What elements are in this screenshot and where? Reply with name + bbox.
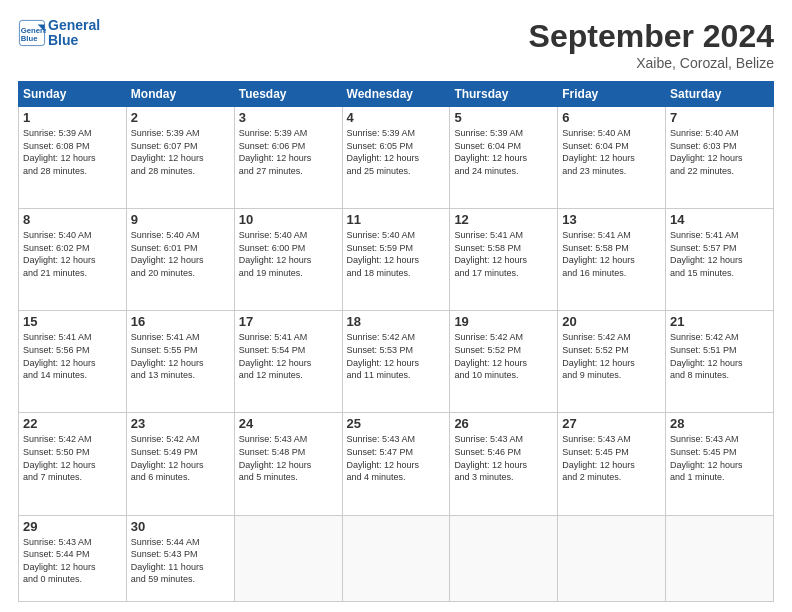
day-number: 11 [347, 212, 446, 227]
header: General Blue General Blue September 2024… [18, 18, 774, 71]
day-of-week-header: Wednesday [342, 82, 450, 107]
cell-info: Sunrise: 5:40 AM Sunset: 6:00 PM Dayligh… [239, 229, 338, 279]
cell-info: Sunrise: 5:43 AM Sunset: 5:44 PM Dayligh… [23, 536, 122, 586]
calendar-cell: 6Sunrise: 5:40 AM Sunset: 6:04 PM Daylig… [558, 107, 666, 209]
calendar-cell: 7Sunrise: 5:40 AM Sunset: 6:03 PM Daylig… [666, 107, 774, 209]
day-number: 21 [670, 314, 769, 329]
calendar-cell: 10Sunrise: 5:40 AM Sunset: 6:00 PM Dayli… [234, 209, 342, 311]
calendar-cell: 9Sunrise: 5:40 AM Sunset: 6:01 PM Daylig… [126, 209, 234, 311]
calendar-cell: 3Sunrise: 5:39 AM Sunset: 6:06 PM Daylig… [234, 107, 342, 209]
day-number: 15 [23, 314, 122, 329]
calendar-cell: 27Sunrise: 5:43 AM Sunset: 5:45 PM Dayli… [558, 413, 666, 515]
calendar-cell: 29Sunrise: 5:43 AM Sunset: 5:44 PM Dayli… [19, 515, 127, 601]
day-number: 24 [239, 416, 338, 431]
calendar-cell: 8Sunrise: 5:40 AM Sunset: 6:02 PM Daylig… [19, 209, 127, 311]
cell-info: Sunrise: 5:42 AM Sunset: 5:50 PM Dayligh… [23, 433, 122, 483]
logo-text-blue: Blue [48, 33, 100, 48]
day-number: 22 [23, 416, 122, 431]
day-number: 23 [131, 416, 230, 431]
calendar-cell: 28Sunrise: 5:43 AM Sunset: 5:45 PM Dayli… [666, 413, 774, 515]
day-number: 3 [239, 110, 338, 125]
calendar-cell: 26Sunrise: 5:43 AM Sunset: 5:46 PM Dayli… [450, 413, 558, 515]
day-number: 13 [562, 212, 661, 227]
day-number: 2 [131, 110, 230, 125]
cell-info: Sunrise: 5:43 AM Sunset: 5:45 PM Dayligh… [562, 433, 661, 483]
day-number: 26 [454, 416, 553, 431]
calendar-cell: 22Sunrise: 5:42 AM Sunset: 5:50 PM Dayli… [19, 413, 127, 515]
calendar-week-row: 1Sunrise: 5:39 AM Sunset: 6:08 PM Daylig… [19, 107, 774, 209]
cell-info: Sunrise: 5:40 AM Sunset: 6:01 PM Dayligh… [131, 229, 230, 279]
location: Xaibe, Corozal, Belize [529, 55, 774, 71]
day-number: 1 [23, 110, 122, 125]
calendar-cell: 21Sunrise: 5:42 AM Sunset: 5:51 PM Dayli… [666, 311, 774, 413]
logo-text-general: General [48, 18, 100, 33]
calendar-header-row: SundayMondayTuesdayWednesdayThursdayFrid… [19, 82, 774, 107]
day-number: 29 [23, 519, 122, 534]
cell-info: Sunrise: 5:39 AM Sunset: 6:06 PM Dayligh… [239, 127, 338, 177]
calendar-cell: 17Sunrise: 5:41 AM Sunset: 5:54 PM Dayli… [234, 311, 342, 413]
day-number: 17 [239, 314, 338, 329]
calendar-cell: 30Sunrise: 5:44 AM Sunset: 5:43 PM Dayli… [126, 515, 234, 601]
cell-info: Sunrise: 5:42 AM Sunset: 5:52 PM Dayligh… [562, 331, 661, 381]
calendar-cell: 24Sunrise: 5:43 AM Sunset: 5:48 PM Dayli… [234, 413, 342, 515]
cell-info: Sunrise: 5:43 AM Sunset: 5:45 PM Dayligh… [670, 433, 769, 483]
day-of-week-header: Sunday [19, 82, 127, 107]
calendar-cell: 1Sunrise: 5:39 AM Sunset: 6:08 PM Daylig… [19, 107, 127, 209]
cell-info: Sunrise: 5:40 AM Sunset: 6:02 PM Dayligh… [23, 229, 122, 279]
day-of-week-header: Thursday [450, 82, 558, 107]
day-number: 30 [131, 519, 230, 534]
calendar-cell: 20Sunrise: 5:42 AM Sunset: 5:52 PM Dayli… [558, 311, 666, 413]
day-number: 25 [347, 416, 446, 431]
calendar-cell: 14Sunrise: 5:41 AM Sunset: 5:57 PM Dayli… [666, 209, 774, 311]
cell-info: Sunrise: 5:42 AM Sunset: 5:53 PM Dayligh… [347, 331, 446, 381]
calendar-week-row: 29Sunrise: 5:43 AM Sunset: 5:44 PM Dayli… [19, 515, 774, 601]
calendar-week-row: 15Sunrise: 5:41 AM Sunset: 5:56 PM Dayli… [19, 311, 774, 413]
calendar-cell: 4Sunrise: 5:39 AM Sunset: 6:05 PM Daylig… [342, 107, 450, 209]
cell-info: Sunrise: 5:43 AM Sunset: 5:46 PM Dayligh… [454, 433, 553, 483]
calendar-table: SundayMondayTuesdayWednesdayThursdayFrid… [18, 81, 774, 602]
cell-info: Sunrise: 5:44 AM Sunset: 5:43 PM Dayligh… [131, 536, 230, 586]
calendar-cell: 2Sunrise: 5:39 AM Sunset: 6:07 PM Daylig… [126, 107, 234, 209]
calendar-cell: 13Sunrise: 5:41 AM Sunset: 5:58 PM Dayli… [558, 209, 666, 311]
svg-text:Blue: Blue [21, 35, 38, 44]
cell-info: Sunrise: 5:42 AM Sunset: 5:51 PM Dayligh… [670, 331, 769, 381]
calendar-cell [342, 515, 450, 601]
cell-info: Sunrise: 5:39 AM Sunset: 6:04 PM Dayligh… [454, 127, 553, 177]
cell-info: Sunrise: 5:41 AM Sunset: 5:56 PM Dayligh… [23, 331, 122, 381]
calendar-week-row: 22Sunrise: 5:42 AM Sunset: 5:50 PM Dayli… [19, 413, 774, 515]
calendar-cell [450, 515, 558, 601]
day-of-week-header: Tuesday [234, 82, 342, 107]
cell-info: Sunrise: 5:42 AM Sunset: 5:52 PM Dayligh… [454, 331, 553, 381]
day-number: 9 [131, 212, 230, 227]
logo: General Blue General Blue [18, 18, 100, 49]
day-number: 16 [131, 314, 230, 329]
cell-info: Sunrise: 5:40 AM Sunset: 6:04 PM Dayligh… [562, 127, 661, 177]
calendar-cell: 12Sunrise: 5:41 AM Sunset: 5:58 PM Dayli… [450, 209, 558, 311]
day-number: 5 [454, 110, 553, 125]
day-number: 8 [23, 212, 122, 227]
cell-info: Sunrise: 5:39 AM Sunset: 6:05 PM Dayligh… [347, 127, 446, 177]
day-number: 18 [347, 314, 446, 329]
cell-info: Sunrise: 5:39 AM Sunset: 6:08 PM Dayligh… [23, 127, 122, 177]
calendar-cell [666, 515, 774, 601]
cell-info: Sunrise: 5:41 AM Sunset: 5:57 PM Dayligh… [670, 229, 769, 279]
day-number: 28 [670, 416, 769, 431]
day-of-week-header: Monday [126, 82, 234, 107]
calendar-cell [234, 515, 342, 601]
day-of-week-header: Saturday [666, 82, 774, 107]
calendar-cell: 18Sunrise: 5:42 AM Sunset: 5:53 PM Dayli… [342, 311, 450, 413]
day-number: 19 [454, 314, 553, 329]
day-number: 20 [562, 314, 661, 329]
page: General Blue General Blue September 2024… [0, 0, 792, 612]
calendar-cell: 25Sunrise: 5:43 AM Sunset: 5:47 PM Dayli… [342, 413, 450, 515]
cell-info: Sunrise: 5:41 AM Sunset: 5:55 PM Dayligh… [131, 331, 230, 381]
cell-info: Sunrise: 5:43 AM Sunset: 5:48 PM Dayligh… [239, 433, 338, 483]
cell-info: Sunrise: 5:39 AM Sunset: 6:07 PM Dayligh… [131, 127, 230, 177]
calendar-cell: 16Sunrise: 5:41 AM Sunset: 5:55 PM Dayli… [126, 311, 234, 413]
calendar-cell: 19Sunrise: 5:42 AM Sunset: 5:52 PM Dayli… [450, 311, 558, 413]
day-number: 4 [347, 110, 446, 125]
day-number: 12 [454, 212, 553, 227]
day-of-week-header: Friday [558, 82, 666, 107]
calendar-cell: 15Sunrise: 5:41 AM Sunset: 5:56 PM Dayli… [19, 311, 127, 413]
cell-info: Sunrise: 5:41 AM Sunset: 5:58 PM Dayligh… [562, 229, 661, 279]
